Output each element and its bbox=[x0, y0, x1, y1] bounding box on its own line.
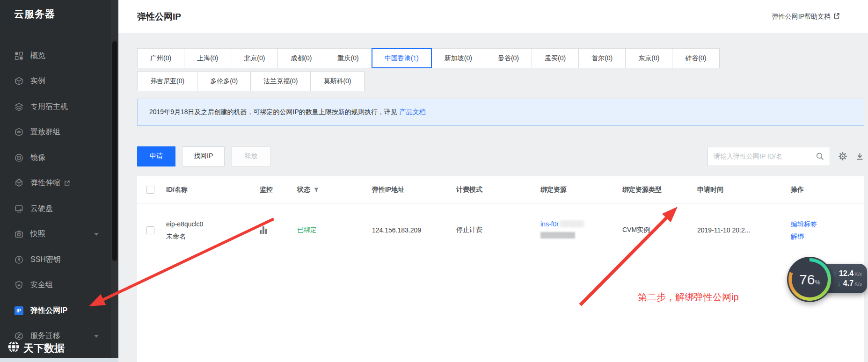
upload-arrow-icon: ↑ bbox=[833, 270, 837, 277]
filter-icon[interactable] bbox=[314, 187, 319, 193]
eip-id: eip-e8quclc0 bbox=[166, 218, 260, 230]
network-monitor-widget: ↑ 12.4 K/s ↓ 4.7 K/s 76 % bbox=[787, 257, 868, 304]
sidebar-scrollbar bbox=[111, 0, 118, 358]
column-header-resource: 绑定资源 bbox=[540, 186, 622, 194]
column-header-id-name: ID/名称 bbox=[166, 186, 260, 194]
region-tab-virginia[interactable]: 弗吉尼亚(0) bbox=[137, 71, 197, 91]
page-title: 弹性公网IP bbox=[137, 11, 181, 23]
sidebar-item-security-groups[interactable]: 安全组 bbox=[0, 273, 111, 298]
region-tab-chengdu[interactable]: 成都(0) bbox=[277, 48, 325, 68]
download-speed-unit: K/s bbox=[854, 281, 862, 287]
main-content: 弹性公网IP 弹性公网IP帮助文档 广州(0) 上海(0) 北京(0) 成都(0… bbox=[118, 0, 868, 362]
region-tab-beijing[interactable]: 北京(0) bbox=[231, 48, 278, 68]
edit-tag-link[interactable]: 编辑标签 bbox=[791, 220, 817, 228]
cell-monitor bbox=[260, 226, 297, 234]
censored-region bbox=[540, 232, 575, 239]
region-tab-singapore[interactable]: 新加坡(0) bbox=[431, 48, 485, 68]
download-speed-row: ↓ 4.7 K/s bbox=[833, 279, 862, 288]
sidebar-item-dedicated-hosts[interactable]: 专用宿主机 bbox=[0, 94, 111, 120]
sidebar-item-label: 专用宿主机 bbox=[30, 102, 68, 112]
cell-ip: 124.156.183.209 bbox=[372, 226, 456, 234]
sidebar-item-label: 云硬盘 bbox=[30, 204, 53, 214]
upload-speed-value: 12.4 bbox=[839, 269, 853, 278]
monitor-chart-icon[interactable] bbox=[260, 226, 267, 234]
region-tab-frankfurt[interactable]: 法兰克福(0) bbox=[250, 71, 311, 91]
sidebar-item-label: 镜像 bbox=[30, 153, 45, 163]
region-tab-guangzhou[interactable]: 广州(0) bbox=[137, 48, 184, 68]
apply-button[interactable]: 申请 bbox=[137, 146, 175, 167]
sidebar-item-auto-scaling[interactable]: 弹性伸缩 bbox=[0, 171, 111, 196]
upload-speed-row: ↑ 12.4 K/s bbox=[833, 269, 862, 278]
region-tab-seoul[interactable]: 首尔(0) bbox=[578, 48, 626, 68]
window-bottom-edge bbox=[0, 358, 118, 362]
region-tab-hongkong[interactable]: 中国香港(1) bbox=[372, 48, 432, 68]
info-banner-text: 2019年9月18日及之后创建的机器，可绑定的公网IP的数量上限按新的规则执行，… bbox=[149, 108, 397, 116]
watermark: 天下数据 bbox=[7, 340, 65, 356]
row-checkbox[interactable] bbox=[146, 226, 154, 234]
select-all-checkbox[interactable] bbox=[146, 186, 154, 194]
region-tab-bangkok[interactable]: 曼谷(0) bbox=[485, 48, 532, 68]
unbind-link[interactable]: 解绑 bbox=[791, 232, 804, 240]
host-layers-icon bbox=[14, 102, 23, 111]
help-doc-link[interactable]: 弹性公网IP帮助文档 bbox=[772, 13, 840, 21]
sidebar-item-label: 安全组 bbox=[30, 280, 53, 290]
cell-id-name: eip-e8quclc0 未命名 bbox=[166, 218, 260, 242]
product-doc-link[interactable]: 产品文档 bbox=[400, 108, 426, 116]
sidebar-item-placement-groups[interactable]: 置放群组 bbox=[0, 120, 111, 145]
snapshot-camera-icon bbox=[14, 230, 23, 239]
sidebar-item-cloud-disks[interactable]: 云硬盘 bbox=[0, 196, 111, 222]
shield-icon bbox=[14, 281, 23, 290]
sidebar-item-label: 快照 bbox=[30, 229, 45, 239]
sidebar-item-instances[interactable]: 实例 bbox=[0, 69, 111, 94]
gauge-percent-value: 76 bbox=[799, 272, 815, 288]
bound-resource-link[interactable]: ins-f0r bbox=[540, 220, 559, 228]
region-tab-chongqing[interactable]: 重庆(0) bbox=[325, 48, 372, 68]
column-header-ip: 弹性IP地址 bbox=[372, 186, 456, 194]
page-header: 弹性公网IP 弹性公网IP帮助文档 bbox=[118, 0, 868, 33]
overview-icon bbox=[14, 51, 23, 60]
region-tab-tokyo[interactable]: 东京(0) bbox=[625, 48, 672, 68]
sidebar-item-ssh-keys[interactable]: SSH密钥 bbox=[0, 247, 111, 273]
cloud-disk-icon bbox=[14, 204, 23, 213]
sidebar-item-overview[interactable]: 概览 bbox=[0, 43, 111, 69]
sidebar-item-label: 弹性伸缩 bbox=[30, 178, 60, 188]
region-tab-moscow[interactable]: 莫斯科(0) bbox=[310, 71, 364, 91]
release-button[interactable]: 释放 bbox=[231, 146, 270, 167]
cell-resource-type: CVM实例 bbox=[622, 226, 697, 234]
status-badge: 已绑定 bbox=[297, 226, 317, 234]
sidebar-item-snapshots[interactable]: 快照 bbox=[0, 222, 111, 247]
gear-icon[interactable] bbox=[838, 152, 847, 161]
eip-icon: IP bbox=[14, 306, 23, 315]
sidebar-item-label: 置放群组 bbox=[30, 127, 60, 137]
info-banner: 2019年9月18日及之后创建的机器，可绑定的公网IP的数量上限按新的规则执行，… bbox=[137, 99, 864, 126]
table-header-row: ID/名称 监控 状态 弹性IP地址 计费模式 绑定资源 绑定资源类型 申请时间… bbox=[137, 176, 864, 203]
region-tab-siliconvalley[interactable]: 硅谷(0) bbox=[672, 48, 719, 68]
sidebar-item-label: 概览 bbox=[30, 51, 45, 61]
table-row: eip-e8quclc0 未命名 已绑定 124.156.183.209 停止计… bbox=[137, 203, 864, 257]
cpu-gauge[interactable]: 76 % bbox=[787, 257, 832, 302]
sidebar-item-images[interactable]: 镜像 bbox=[0, 145, 111, 171]
column-header-billing: 计费模式 bbox=[456, 186, 540, 194]
watermark-globe-icon bbox=[7, 340, 21, 356]
image-icon bbox=[14, 153, 23, 162]
region-tab-toronto[interactable]: 多伦多(0) bbox=[197, 71, 251, 91]
download-icon[interactable] bbox=[855, 152, 864, 161]
sidebar-menu: 概览 实例 专用宿主机 置放群组 镜像 弹性伸缩 云硬盘 bbox=[0, 43, 111, 349]
sidebar-scrollbar-thumb[interactable] bbox=[112, 41, 117, 261]
cell-status: 已绑定 bbox=[297, 226, 372, 234]
recover-ip-button[interactable]: 找回IP bbox=[182, 146, 225, 167]
gauge-percent-sign: % bbox=[815, 279, 820, 286]
cell-resource: ins-f0r bbox=[540, 218, 622, 242]
search-input[interactable] bbox=[708, 152, 810, 160]
chevron-down-icon[interactable] bbox=[94, 335, 99, 338]
column-header-actions: 操作 bbox=[791, 186, 864, 194]
region-tab-shanghai[interactable]: 上海(0) bbox=[184, 48, 231, 68]
search-icon[interactable] bbox=[810, 147, 830, 166]
watermark-label: 天下数据 bbox=[23, 341, 65, 355]
gauge-center: 76 % bbox=[792, 261, 828, 297]
sidebar-item-eip[interactable]: IP 弹性公网IP bbox=[0, 298, 111, 324]
region-tab-mumbai[interactable]: 孟买(0) bbox=[532, 48, 579, 68]
toolbar-right bbox=[708, 147, 864, 166]
external-link-icon bbox=[833, 13, 840, 21]
chevron-down-icon[interactable] bbox=[94, 233, 99, 236]
